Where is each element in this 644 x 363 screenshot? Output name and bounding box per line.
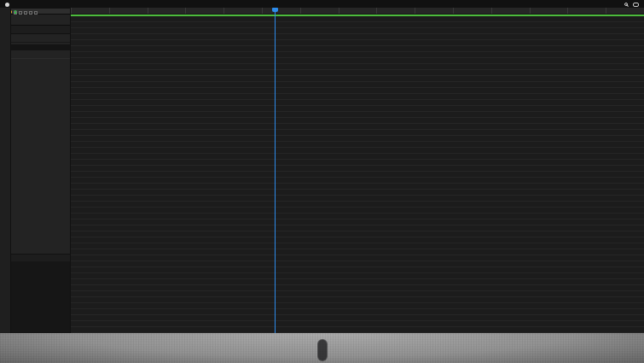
snap-icon[interactable]	[19, 11, 22, 15]
control-center-icon[interactable]	[633, 3, 639, 7]
screen: fx ↺ ↺	[0, 0, 644, 363]
insert-overwrite-icon[interactable]	[14, 11, 17, 15]
timeline-header	[11, 8, 71, 363]
linked-selection-icon[interactable]	[24, 11, 27, 15]
timeline-toolbar	[0, 8, 11, 363]
master-track-header[interactable]	[11, 15, 70, 20]
timeline-settings-icon[interactable]	[34, 11, 38, 15]
add-marker-icon[interactable]	[29, 11, 32, 15]
timeline-panel	[0, 0, 644, 72]
timeline-tracks-area[interactable]	[71, 16, 644, 357]
apple-menu-icon[interactable]	[5, 3, 9, 7]
timeline-playhead[interactable]	[275, 8, 276, 357]
desktop	[0, 333, 644, 363]
timeline-ruler[interactable]	[71, 8, 644, 15]
spotlight-search-icon[interactable]	[624, 3, 628, 6]
dock	[317, 339, 328, 361]
